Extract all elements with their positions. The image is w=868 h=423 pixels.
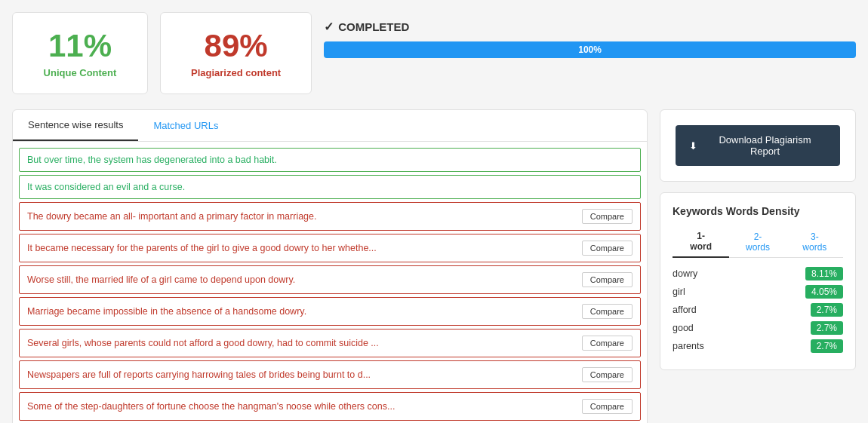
- keyword-badge: 2.7%: [811, 321, 843, 335]
- completed-label: ✓ COMPLETED: [324, 20, 856, 34]
- list-item: But over time, the system has degenerate…: [19, 148, 641, 172]
- list-item: Worse still, the married life of a girl …: [19, 265, 641, 294]
- unique-label: Unique Content: [43, 67, 117, 78]
- word-tab-bar: 1-word 2-words 3-words: [673, 226, 843, 258]
- download-btn-label: Download Plagiarism Report: [703, 134, 826, 157]
- completed-text: COMPLETED: [338, 20, 409, 33]
- checkmark-icon: ✓: [324, 20, 334, 34]
- compare-button[interactable]: Compare: [582, 241, 633, 256]
- keyword-label: afford: [673, 305, 697, 315]
- compare-button[interactable]: Compare: [582, 399, 633, 414]
- list-item: Some of the step-daughters of fortune ch…: [19, 392, 641, 421]
- tab-3-words[interactable]: 3-words: [786, 226, 843, 258]
- sentence-text: Worse still, the married life of a girl …: [27, 274, 576, 285]
- progress-section: ✓ COMPLETED 100%: [324, 12, 856, 58]
- progress-bar-fill: 100%: [324, 41, 856, 58]
- keyword-badge: 8.11%: [805, 267, 843, 280]
- left-panel: Sentence wise results Matched URLs But o…: [12, 109, 648, 423]
- sentence-text: Newspapers are full of reports carrying …: [27, 369, 576, 380]
- keyword-row: girl4.05%: [673, 285, 843, 299]
- tab-1-word[interactable]: 1-word: [673, 226, 729, 258]
- unique-value: 11%: [43, 28, 117, 64]
- unique-content-card: 11% Unique Content: [12, 12, 148, 94]
- list-item: It was considered an evil and a curse.: [19, 175, 641, 199]
- keyword-badge: 2.7%: [811, 303, 843, 317]
- plagiarized-value: 89%: [191, 28, 281, 64]
- list-item: Newspapers are full of reports carrying …: [19, 360, 641, 389]
- keywords-card: Keywords Words Density 1-word 2-words 3-…: [660, 192, 856, 370]
- compare-button[interactable]: Compare: [582, 336, 633, 351]
- compare-button[interactable]: Compare: [582, 367, 633, 382]
- list-item: It became necessary for the parents of t…: [19, 234, 641, 262]
- sentence-text: The dowry became an all- important and a…: [27, 211, 576, 222]
- compare-button[interactable]: Compare: [582, 304, 633, 319]
- sentence-text: But over time, the system has degenerate…: [27, 155, 633, 165]
- sentence-list: But over time, the system has degenerate…: [13, 142, 647, 423]
- download-card: ⬇ Download Plagiarism Report: [660, 109, 856, 182]
- keyword-label: good: [673, 323, 694, 333]
- keyword-rows: dowry8.11%girl4.05%afford2.7%good2.7%par…: [673, 267, 843, 353]
- keyword-row: afford2.7%: [673, 303, 843, 317]
- keyword-badge: 2.7%: [811, 339, 843, 353]
- list-item: Marriage became impossible in the absenc…: [19, 297, 641, 326]
- keyword-row: good2.7%: [673, 321, 843, 335]
- right-panel: ⬇ Download Plagiarism Report Keywords Wo…: [660, 109, 856, 423]
- download-icon: ⬇: [689, 140, 697, 152]
- plagiarized-content-card: 89% Plagiarized content: [160, 12, 312, 94]
- keyword-label: parents: [673, 341, 704, 351]
- tab-matched-urls[interactable]: Matched URLs: [138, 110, 233, 141]
- plagiarized-label: Plagiarized content: [191, 67, 281, 78]
- sentence-text: It became necessary for the parents of t…: [27, 243, 576, 253]
- compare-button[interactable]: Compare: [582, 209, 633, 224]
- tab-2-words[interactable]: 2-words: [729, 226, 786, 258]
- keyword-row: dowry8.11%: [673, 267, 843, 280]
- sentence-text: Some of the step-daughters of fortune ch…: [27, 401, 576, 412]
- sentence-text: Several girls, whose parents could not a…: [27, 338, 576, 348]
- compare-button[interactable]: Compare: [582, 272, 633, 287]
- list-item: The dowry became an all- important and a…: [19, 202, 641, 231]
- sentence-text: Marriage became impossible in the absenc…: [27, 306, 576, 317]
- tab-bar: Sentence wise results Matched URLs: [13, 110, 647, 142]
- keyword-row: parents2.7%: [673, 339, 843, 353]
- progress-bar-background: 100%: [324, 41, 856, 58]
- keywords-title: Keywords Words Density: [673, 205, 843, 217]
- keyword-label: girl: [673, 287, 685, 297]
- download-report-button[interactable]: ⬇ Download Plagiarism Report: [676, 125, 840, 166]
- sentence-text: It was considered an evil and a curse.: [27, 182, 633, 192]
- keyword-badge: 4.05%: [805, 285, 843, 299]
- list-item: Several girls, whose parents could not a…: [19, 329, 641, 357]
- tab-sentence-wise[interactable]: Sentence wise results: [13, 110, 138, 141]
- keyword-label: dowry: [673, 268, 697, 279]
